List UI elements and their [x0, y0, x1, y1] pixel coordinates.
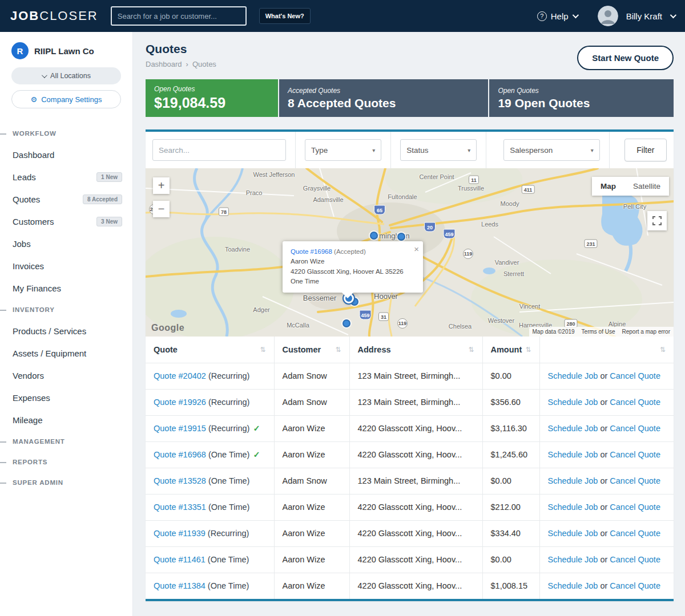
sidebar-item-quotes[interactable]: Quotes8 Accepted — [0, 188, 132, 210]
info-quote-link[interactable]: Quote #16968 — [291, 248, 332, 255]
map-marker[interactable] — [397, 233, 405, 241]
cancel-quote-link[interactable]: Cancel Quote — [610, 581, 660, 590]
schedule-job-link[interactable]: Schedule Job — [548, 450, 598, 459]
start-new-quote-button[interactable]: Start New Quote — [577, 46, 674, 70]
help-menu[interactable]: ? Help — [537, 11, 577, 21]
quote-type: (Recurring) — [208, 398, 250, 407]
amount-cell: $3,116.30 — [482, 415, 539, 441]
sidebar-item-expenses[interactable]: Expenses — [0, 387, 132, 409]
map-label: Fultondale — [388, 193, 417, 200]
sort-icon[interactable]: ⇅ — [260, 346, 265, 354]
map-type-satellite[interactable]: Satellite — [624, 177, 669, 196]
nav-section-management[interactable]: MANAGEMENT — [0, 431, 132, 452]
map-label: Hoover — [374, 292, 398, 301]
locations-dropdown[interactable]: All Locations — [11, 67, 121, 84]
cancel-quote-link[interactable]: Cancel Quote — [610, 371, 660, 380]
header-address[interactable]: Address⇅ — [349, 337, 482, 363]
breadcrumb-dashboard[interactable]: Dashboard — [146, 60, 182, 68]
chevron-down-icon — [572, 12, 578, 18]
sidebar-item-products-services[interactable]: Products / Services — [0, 320, 132, 342]
nav-section-super-admin[interactable]: SUPER ADMIN — [0, 472, 132, 493]
user-avatar[interactable] — [598, 6, 618, 26]
sidebar-item-jobs[interactable]: Jobs — [0, 233, 132, 255]
chevron-down-icon[interactable] — [670, 12, 676, 18]
cancel-quote-link[interactable]: Cancel Quote — [610, 502, 660, 512]
company-settings-button[interactable]: ⚙ Company Settings — [11, 90, 121, 108]
quote-link[interactable]: Quote #19915 — [154, 424, 206, 433]
quote-link[interactable]: Quote #11461 — [154, 555, 206, 564]
cancel-quote-link[interactable]: Cancel Quote — [610, 450, 660, 459]
sort-icon[interactable]: ⇅ — [660, 346, 666, 354]
amount-cell: $356.60 — [482, 389, 539, 415]
cancel-quote-link[interactable]: Cancel Quote — [610, 529, 660, 538]
map-label: Bessemer — [303, 294, 337, 302]
schedule-job-link[interactable]: Schedule Job — [548, 555, 598, 564]
nav-section-reports[interactable]: REPORTS — [0, 452, 132, 472]
sort-icon[interactable]: ⇅ — [468, 346, 474, 354]
address-cell: 4220 Glasscott Xing, Hoov... — [349, 520, 482, 546]
sidebar-item-leads[interactable]: Leads1 New — [0, 166, 132, 188]
cancel-quote-link[interactable]: Cancel Quote — [610, 555, 660, 564]
customer-cell: Adam Snow — [274, 389, 349, 415]
map-label: McCalla — [287, 322, 309, 329]
sidebar: R RIIPL Lawn Co All Locations ⚙ Company … — [0, 32, 133, 616]
header-customer[interactable]: Customer⇅ — [274, 337, 349, 363]
schedule-job-link[interactable]: Schedule Job — [548, 398, 598, 407]
status-select[interactable]: Status ▾ — [400, 139, 477, 161]
zoom-in-button[interactable]: + — [153, 177, 170, 194]
sidebar-item-assets-equipment[interactable]: Assets / Equipment — [0, 342, 132, 364]
breadcrumb-separator: › — [186, 60, 188, 68]
chevron-down-icon: ▾ — [372, 147, 375, 153]
type-select[interactable]: Type ▾ — [305, 139, 381, 161]
schedule-job-link[interactable]: Schedule Job — [548, 502, 598, 512]
header-quote[interactable]: Quote⇅ — [146, 337, 274, 363]
sidebar-item-vendors[interactable]: Vendors — [0, 364, 132, 387]
map-label: Moody — [500, 200, 519, 207]
sort-icon[interactable]: ⇅ — [525, 346, 531, 354]
header-actions[interactable]: ⇅ — [539, 337, 674, 363]
terms-of-use-link[interactable]: Terms of Use — [582, 329, 615, 335]
quote-link[interactable]: Quote #13528 — [154, 476, 206, 485]
schedule-job-link[interactable]: Schedule Job — [548, 424, 598, 433]
sidebar-item-customers[interactable]: Customers3 New — [0, 210, 132, 233]
zoom-out-button[interactable]: − — [153, 201, 170, 217]
map-marker[interactable] — [342, 319, 350, 327]
quote-link[interactable]: Quote #13351 — [154, 502, 206, 512]
customers-badge: 3 New — [96, 217, 122, 226]
whats-new-button[interactable]: What's New? — [259, 8, 311, 24]
user-name[interactable]: Billy Kraft — [626, 11, 662, 21]
quote-link[interactable]: Quote #16968 — [154, 450, 206, 459]
sidebar-item-mileage[interactable]: Mileage — [0, 409, 132, 431]
quote-link[interactable]: Quote #19926 — [154, 398, 206, 407]
schedule-job-link[interactable]: Schedule Job — [548, 371, 598, 380]
quotes-search-input[interactable] — [152, 139, 286, 161]
cancel-quote-link[interactable]: Cancel Quote — [610, 424, 660, 433]
stat-card-accepted-quotes: Accepted Quotes 8 Accepted Quotes — [279, 79, 488, 117]
header-amount[interactable]: Amount⇅ — [482, 337, 539, 363]
schedule-job-link[interactable]: Schedule Job — [548, 529, 598, 538]
quote-link[interactable]: Quote #20402 — [154, 371, 206, 380]
salesperson-select[interactable]: Salesperson ▾ — [503, 139, 599, 161]
cancel-quote-link[interactable]: Cancel Quote — [610, 398, 660, 407]
sidebar-item-dashboard[interactable]: Dashboard — [0, 144, 132, 166]
quote-link[interactable]: Quote #11939 — [154, 529, 206, 538]
map-marker[interactable] — [370, 232, 378, 240]
cancel-quote-link[interactable]: Cancel Quote — [610, 476, 660, 485]
map-type-map[interactable]: Map — [592, 177, 624, 196]
filter-button[interactable]: Filter — [624, 139, 667, 161]
stat-value: 19 Open Quotes — [498, 96, 665, 110]
report-map-error-link[interactable]: Report a map error — [622, 329, 670, 335]
quote-type: (One Time) — [208, 581, 249, 590]
schedule-job-link[interactable]: Schedule Job — [548, 581, 598, 590]
quotes-map[interactable]: West Jefferson Praco Graysville Adamsvil… — [146, 168, 674, 337]
schedule-job-link[interactable]: Schedule Job — [548, 476, 598, 485]
sidebar-item-my-finances[interactable]: My Finances — [0, 277, 132, 299]
sort-icon[interactable]: ⇅ — [335, 346, 341, 354]
highway-shield: 65 — [374, 205, 385, 215]
highway-shield: 11 — [469, 176, 479, 184]
global-search-input[interactable] — [111, 6, 247, 26]
quote-link[interactable]: Quote #11384 — [154, 581, 206, 590]
fullscreen-button[interactable] — [647, 211, 667, 230]
sidebar-item-invoices[interactable]: Invoices — [0, 255, 132, 277]
close-icon[interactable]: × — [414, 243, 419, 256]
